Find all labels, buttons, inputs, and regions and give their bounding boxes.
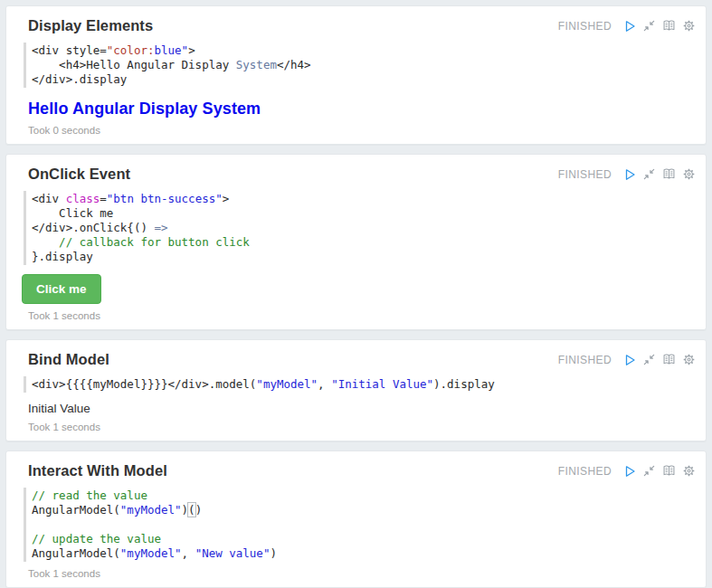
cell-output: Initial Value [28, 402, 697, 415]
run-icon[interactable] [622, 352, 637, 367]
code-editor[interactable]: // read the valueAngularModel("myModel")… [24, 488, 697, 562]
notebook-cells: Display Elements FINISHED <div style="co… [5, 5, 707, 588]
cell-controls: FINISHED [558, 463, 697, 479]
cell-status-badge: FINISHED [558, 354, 612, 366]
execution-time: Took 1 seconds [28, 422, 697, 432]
gear-icon[interactable] [681, 352, 697, 367]
cell-header: Interact With Model FINISHED [28, 462, 697, 479]
execution-time: Took 0 seconds [28, 125, 697, 136]
cell-title: OnClick Event [28, 166, 130, 183]
notebook-cell: Display Elements FINISHED <div style="co… [5, 5, 707, 145]
open-book-icon[interactable] [661, 463, 677, 479]
collapse-icon[interactable] [641, 352, 657, 367]
collapse-icon[interactable] [641, 18, 657, 33]
code-editor[interactable]: <div>{{{{myModel}}}}</div>.model("myMode… [24, 376, 697, 393]
cell-header: Display Elements FINISHED [28, 17, 697, 34]
cell-status-badge: FINISHED [558, 465, 612, 478]
open-book-icon[interactable] [661, 18, 677, 33]
gear-icon[interactable] [681, 166, 697, 182]
code-editor[interactable]: <div class="btn btn-success"> Click me</… [24, 191, 697, 265]
code-editor[interactable]: <div style="color:blue"> <h4>Hello Angul… [24, 43, 697, 88]
output-heading: Hello Angular Display System [28, 100, 697, 119]
notebook-cell: OnClick Event FINISHED <div class="btn b… [5, 154, 707, 330]
cell-status-badge: FINISHED [558, 168, 612, 181]
collapse-icon[interactable] [641, 463, 657, 479]
output-click-me-button[interactable]: Click me [22, 274, 101, 304]
collapse-icon[interactable] [641, 166, 657, 182]
cell-controls: FINISHED [558, 166, 697, 182]
cell-output: Click me [28, 265, 697, 304]
execution-time: Took 1 seconds [28, 310, 697, 321]
open-book-icon[interactable] [661, 352, 677, 367]
cell-header: Bind Model FINISHED [28, 351, 697, 368]
cell-output: Hello Angular Display System [28, 100, 697, 119]
execution-time: Took 1 seconds [28, 568, 697, 579]
notebook-cell: Interact With Model FINISHED // read the… [5, 450, 707, 588]
cell-title: Bind Model [28, 351, 109, 368]
gear-icon[interactable] [681, 18, 697, 33]
cell-header: OnClick Event FINISHED [28, 166, 697, 183]
cell-title: Display Elements [28, 17, 153, 34]
run-icon[interactable] [622, 463, 637, 479]
open-book-icon[interactable] [661, 166, 677, 182]
run-icon[interactable] [622, 166, 637, 182]
output-text: Initial Value [28, 402, 697, 415]
cell-controls: FINISHED [558, 352, 697, 367]
run-icon[interactable] [622, 18, 637, 33]
notebook-page: { "colors": { "page_bg": "#e9edf0", "cel… [0, 0, 712, 588]
cell-controls: FINISHED [558, 18, 697, 33]
cell-title: Interact With Model [28, 462, 167, 479]
notebook-cell: Bind Model FINISHED <div>{{{{myModel}}}}… [5, 339, 707, 441]
gear-icon[interactable] [681, 463, 697, 479]
cell-status-badge: FINISHED [558, 20, 612, 33]
